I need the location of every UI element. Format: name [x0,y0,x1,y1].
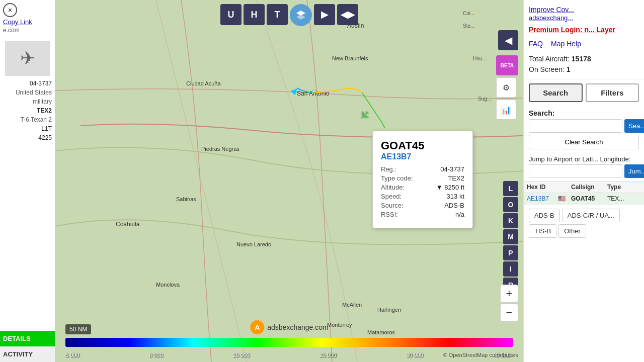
popup-source-value: ADS-B [444,202,464,209]
filter-other[interactable]: Other [558,224,586,238]
jump-section: Jump to Airport or Lati... Longitude: Ju… [524,152,644,181]
popup-source-row: Source: ADS-B [381,202,464,209]
search-action-button[interactable]: Sea... [624,119,644,133]
tab-details[interactable]: DETAILS [0,331,55,346]
table-col-callsign: Callsign [571,184,606,191]
popup-alt-label: Altitude: [381,184,405,191]
faq-link[interactable]: FAQ [529,40,543,48]
popup-source-label: Source: [381,202,404,209]
beta-badge[interactable]: BETA [496,55,518,75]
filter-ads-cr[interactable]: ADS-C/R / UA... [562,209,620,222]
svg-text:Sta...: Sta... [463,23,474,29]
tab-activity[interactable]: ACTIVITY [0,346,55,362]
aircraft-registration: 04-3737 [0,79,55,88]
svg-text:Piedras Negras: Piedras Negras [201,146,239,152]
filter-buttons: ADS-B ADS-C/R / UA... TIS-B Other [524,205,644,242]
total-aircraft-row: Total Aircraft: 15178 [529,54,639,64]
map-btn-u[interactable]: U [220,4,242,25]
popup-reg-row: Reg.: 04-3737 [381,165,464,173]
svg-text:New Braunfels: New Braunfels [332,55,368,61]
right-main-buttons: Search Filters [524,79,644,106]
filter-ads-b[interactable]: ADS-B [529,209,560,222]
popup-speed-label: Speed: [381,193,401,200]
right-header: Improve Cov... adsbexchang... Premium Lo… [524,0,644,36]
popup-rssi-value: n/a [455,211,464,218]
aircraft-thumbnail: ✈ [5,41,50,76]
letter-btn-m[interactable]: M [503,229,518,244]
svg-text:Sabinas: Sabinas [176,196,196,202]
svg-text:Harlingen: Harlingen [377,307,401,313]
popup-speed-row: Speed: 313 kt [381,193,464,200]
stats-button[interactable]: 📊 [496,100,516,120]
premium-login-link[interactable]: Premium Login: n... Layer [529,26,639,34]
watermark-logo: A [250,320,264,334]
aircraft-category: military [0,97,55,106]
svg-text:Nuevo Laredo: Nuevo Laredo [236,241,271,247]
map-help-link[interactable]: Map Help [551,40,581,48]
cell-type: TEX... [607,195,627,202]
svg-text:⬡: ⬡ [312,88,316,94]
improve-domain[interactable]: adsbexchang... [529,14,639,23]
svg-marker-22 [296,15,305,20]
map-area[interactable]: Austin New Braunfels San Antonio Ciudad … [55,0,523,362]
popup-reg-value: 04-3737 [440,165,464,173]
map-btn-layer[interactable] [290,4,312,26]
map-letter-buttons: L O K M P I R [503,181,518,293]
jump-input-row: Jum... [529,164,639,178]
popup-rssi-row: RSSI: n/a [381,211,464,218]
filter-tis-b[interactable]: TIS-B [529,224,556,238]
altitude-color-bar [65,338,513,347]
letter-btn-p[interactable]: P [503,245,518,260]
aircraft-name: T-6 Texan 2 [0,115,55,124]
svg-text:Hou...: Hou... [473,56,487,61]
map-top-controls: U H T ▶ ◀▶ [220,4,358,26]
clear-search-button[interactable]: Clear Search [529,135,639,149]
cell-hex-id: AE13B7 [527,195,557,202]
map-btn-arrow-right[interactable]: ▶ [314,4,335,25]
left-tabs: DETAILS ACTIVITY [0,331,55,362]
table-col-flag [558,184,570,191]
letter-btn-i[interactable]: I [503,261,518,277]
letter-btn-k[interactable]: K [503,213,518,228]
close-button[interactable]: × [3,3,17,17]
cell-callsign: GOAT45 [571,195,606,202]
letter-btn-o[interactable]: O [503,197,518,212]
improve-coverage-link[interactable]: Improve Cov... [529,5,639,14]
popup-hex-id: AE13B7 [381,152,464,161]
map-btn-t[interactable]: T [267,4,288,25]
zoom-in-button[interactable]: + [500,285,518,303]
map-nav-back-button[interactable]: ◀ [498,30,518,50]
popup-callsign: GOAT45 [381,139,464,152]
popup-speed-value: 313 kt [447,193,464,200]
svg-text:McAllen: McAllen [342,302,362,308]
table-col-hex-id: Hex ID [527,184,557,191]
jump-section-label: Jump to Airport or Lati... Longitude: [529,155,639,163]
filters-tab-button[interactable]: Filters [586,83,639,102]
search-input[interactable] [529,119,622,133]
jump-input[interactable] [529,164,622,178]
svg-text:Col...: Col... [463,11,474,16]
map-side-controls: BETA ⚙ 📊 [496,55,518,120]
search-tab-button[interactable]: Search [529,83,583,102]
letter-btn-l[interactable]: L [503,181,518,196]
svg-text:Ciudad Acuña: Ciudad Acuña [186,80,221,86]
aircraft-l1t: L1T [0,124,55,133]
right-nav-links: FAQ Map Help [524,36,644,52]
aircraft-number: 4225 [0,133,55,142]
popup-type-value: TEX2 [448,174,464,182]
zoom-out-button[interactable]: − [500,304,518,322]
map-btn-h[interactable]: H [244,4,265,25]
search-section: Search: Sea... Clear Search [524,106,644,152]
popup-type-label: Type code: [381,174,413,182]
jump-button[interactable]: Jum... [624,164,644,178]
table-row[interactable]: AE13B7 🇺🇸 GOAT45 TEX... [524,193,644,205]
map-btn-arrow-lr[interactable]: ◀▶ [337,4,358,25]
aircraft-type-code: TEX2 [0,106,55,115]
search-input-row: Sea... [529,119,639,133]
settings-button[interactable]: ⚙ [496,77,516,98]
svg-text:Matamoros: Matamoros [367,329,395,335]
table-col-type: Type [607,184,627,191]
distance-badge: 50 NM [65,324,91,334]
popup-reg-label: Reg.: [381,165,396,173]
watermark: A adsbexchange.com [250,320,328,334]
